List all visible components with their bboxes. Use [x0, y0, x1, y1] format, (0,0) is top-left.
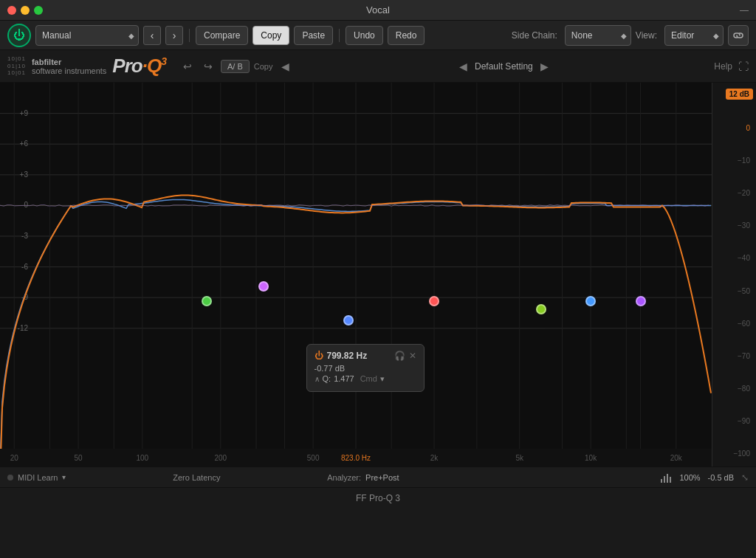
db-marker-0: 0	[712, 123, 756, 133]
fullscreen-button[interactable]: ⛶	[738, 61, 749, 72]
sidechain-label: Side Chain:	[512, 30, 557, 41]
left-nav-icon[interactable]: ◀	[277, 58, 293, 75]
prev-preset-button[interactable]: ‹	[143, 26, 161, 45]
svg-rect-2	[667, 474, 668, 483]
freq-label: 5k	[515, 454, 523, 462]
traffic-lights	[7, 6, 43, 15]
tooltip-dropdown-icon[interactable]: ▾	[380, 374, 385, 384]
eq-node-4[interactable]	[429, 296, 439, 306]
freq-label: 500	[307, 454, 320, 462]
eq-node-5[interactable]	[536, 304, 546, 314]
tooltip-q-value: 1.477	[334, 374, 354, 383]
app-title: FF Pro-Q 3	[356, 493, 400, 503]
plugin-header: 10|0101|1010|01 fabfilter software instr…	[0, 50, 756, 83]
next-preset-button[interactable]: ›	[165, 26, 183, 45]
svg-rect-0	[661, 479, 662, 483]
resize-corner-icon[interactable]: ⤡	[741, 472, 749, 483]
separator-1	[189, 29, 190, 42]
sidechain-dropdown[interactable]: None	[565, 25, 631, 46]
eq-node-6[interactable]	[585, 296, 596, 306]
eq-canvas	[0, 83, 712, 466]
separator-2	[339, 29, 340, 42]
freq-axis: 2050100200500823.0 Hz2k5k10k20k	[0, 449, 712, 466]
toolbar: ⏻ Manual ◆ ‹ › Compare Copy Paste Undo R…	[0, 21, 756, 50]
db-marker-n90: −90	[712, 416, 756, 427]
paste-button[interactable]: Paste	[294, 26, 333, 45]
eq-icon	[660, 472, 672, 483]
freq-label: 20k	[670, 454, 682, 462]
window-collapse-button[interactable]: —	[740, 5, 749, 16]
preset-display-name: Default Setting	[475, 61, 533, 72]
tooltip-cmd-label: Cmd	[360, 374, 377, 383]
minimize-button[interactable]	[21, 6, 30, 15]
status-bar: MIDI Learn ▾ Zero Latency Analyzer: Pre+…	[0, 466, 756, 487]
freq-label: 823.0 Hz	[341, 454, 371, 462]
brand-text-area: fabfilter software instruments	[32, 58, 106, 75]
undo-button[interactable]: Undo	[346, 26, 383, 45]
eq-node-1[interactable]	[202, 296, 212, 306]
latency-label: Zero Latency	[70, 473, 323, 482]
redo-button[interactable]: Redo	[388, 26, 425, 45]
eq-display-area[interactable]: ⏻ 799.82 Hz 🎧 ✕ -0.77 dB ∧ Q: 1.477 Cmd …	[0, 83, 756, 466]
db-marker-n30: −30	[712, 221, 756, 231]
compare-button[interactable]: Compare	[196, 26, 248, 45]
db-marker-n80: −80	[712, 384, 756, 394]
view-dropdown-wrap: Editor ◆	[664, 25, 724, 46]
svg-rect-1	[664, 476, 665, 483]
freq-label: 50	[74, 454, 82, 462]
logo-bits-icon: 10|0101|1010|01	[7, 55, 26, 77]
node-tooltip: ⏻ 799.82 Hz 🎧 ✕ -0.77 dB ∧ Q: 1.477 Cmd …	[306, 344, 425, 392]
freq-label: 200	[214, 454, 227, 462]
close-button[interactable]	[7, 6, 16, 15]
maximize-button[interactable]	[34, 6, 43, 15]
redo-header-button[interactable]: ↪	[200, 58, 216, 75]
eq-node-2[interactable]	[258, 281, 269, 292]
prev-preset-nav-button[interactable]: ◀	[459, 61, 467, 72]
tooltip-power-icon[interactable]: ⏻	[315, 351, 323, 361]
db-marker-n40: −40	[712, 253, 756, 264]
brand-sub: software instruments	[32, 66, 106, 75]
help-button[interactable]: Help	[714, 61, 732, 72]
copy-button[interactable]: Copy	[252, 26, 289, 45]
tooltip-q-row: ∧ Q: 1.477 Cmd ▾	[315, 374, 416, 384]
tooltip-frequency: 799.82 Hz	[327, 351, 391, 361]
db-marker-n100: −100	[712, 449, 756, 459]
tooltip-db-row: -0.77 dB	[315, 364, 416, 373]
tooltip-header: ⏻ 799.82 Hz 🎧 ✕	[315, 351, 416, 361]
db-marker-n10: −10	[712, 155, 756, 165]
eq-node-7[interactable]	[636, 296, 646, 306]
copy-small-button[interactable]: Copy	[254, 62, 273, 71]
link-button[interactable]	[728, 25, 749, 46]
preset-dropdown[interactable]: Manual	[35, 25, 139, 46]
view-dropdown[interactable]: Editor	[664, 25, 724, 46]
brand-name: fabfilter	[32, 58, 106, 66]
analyzer-value[interactable]: Pre+Post	[365, 473, 399, 482]
db-marker-n60: −60	[712, 318, 756, 328]
eq-node-3[interactable]	[343, 315, 354, 326]
preset-navigation: ◀ Default Setting ▶	[299, 61, 708, 72]
app-title-bar: FF Pro-Q 3	[0, 487, 756, 508]
undo-header-button[interactable]: ↩	[179, 58, 196, 75]
gain-badge[interactable]: 12 dB	[726, 89, 753, 100]
header-controls: ↩ ↪ A/ B Copy ◀	[179, 58, 293, 75]
db-marker-n50: −50	[712, 286, 756, 296]
freq-label: 100	[136, 454, 148, 462]
ab-button[interactable]: A/ B	[221, 60, 250, 73]
midi-dropdown-arrow[interactable]: ▾	[62, 473, 66, 481]
tooltip-close-button[interactable]: ✕	[409, 351, 416, 361]
analyzer-label: Analyzer:	[327, 473, 361, 482]
midi-learn-label[interactable]: MIDI Learn	[18, 473, 58, 482]
svg-rect-3	[670, 477, 671, 483]
db-scale-right: 12 dB −19 0 −10 −20 −30 −40 −50 −60 −70 …	[712, 83, 756, 466]
title-bar: Vocal —	[0, 0, 756, 21]
db-offset: -0.5 dB	[708, 473, 734, 482]
sidechain-dropdown-wrap: None ◆	[565, 25, 631, 46]
tooltip-db-value: -0.77 dB	[315, 364, 346, 373]
freq-label: 20	[10, 454, 18, 462]
power-button[interactable]: ⏻	[7, 24, 31, 47]
window-title: Vocal	[366, 4, 390, 16]
next-preset-nav-button[interactable]: ▶	[540, 61, 549, 72]
tooltip-q-label: Q:	[323, 374, 331, 383]
freq-label: 10k	[585, 454, 597, 462]
db-marker-n20: −20	[712, 188, 756, 199]
